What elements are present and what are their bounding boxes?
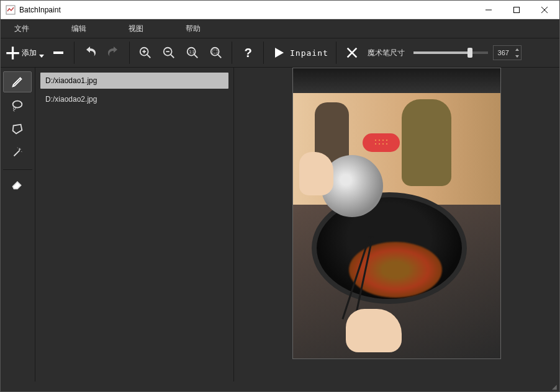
chevron-down-icon[interactable] <box>39 55 44 58</box>
inpaint-button[interactable]: Inpaint <box>271 45 328 60</box>
menubar: 文件 编辑 视图 帮助 <box>1 19 559 38</box>
canvas-viewport[interactable] <box>234 68 559 381</box>
brush-size-label: 魔术笔尺寸 <box>368 48 405 58</box>
svg-text:?: ? <box>245 46 252 60</box>
brush-size-value[interactable]: 367 <box>494 46 513 60</box>
svg-rect-5 <box>53 51 63 54</box>
eraser-tool[interactable] <box>3 174 32 195</box>
svg-rect-18 <box>213 50 217 53</box>
separator <box>3 169 32 170</box>
spin-up-button[interactable] <box>513 46 521 53</box>
statusbar: ◢ <box>1 381 559 391</box>
file-list: D:/xiaodao1.jpg D:/xiaodao2.jpg <box>35 68 234 381</box>
zoom-11-button[interactable]: 1:1 <box>182 42 203 63</box>
zoom-out-button[interactable] <box>158 42 179 63</box>
polygon-tool[interactable] <box>3 118 32 140</box>
close-button[interactable] <box>530 1 558 19</box>
brush-size-slider[interactable] <box>413 51 488 54</box>
lasso-tool[interactable] <box>3 95 32 116</box>
app-icon <box>6 5 16 15</box>
svg-rect-2 <box>513 7 519 12</box>
menu-edit[interactable]: 编辑 <box>63 20 95 38</box>
content-area: D:/xiaodao1.jpg D:/xiaodao2.jpg <box>1 68 559 381</box>
svg-line-7 <box>147 55 151 58</box>
help-button[interactable]: ? <box>237 42 258 63</box>
redo-button[interactable] <box>103 42 124 63</box>
add-label: 添加 <box>22 48 37 58</box>
brush-size-spinbox[interactable]: 367 <box>493 45 522 60</box>
titlebar[interactable]: BatchInpaint <box>1 1 559 19</box>
add-button[interactable]: 添加 <box>4 45 44 61</box>
svg-line-14 <box>194 55 198 58</box>
window-title: BatchInpaint <box>19 6 474 14</box>
slider-thumb[interactable] <box>467 48 472 58</box>
svg-text:1:1: 1:1 <box>189 50 195 54</box>
preview-image[interactable] <box>292 68 501 359</box>
inpaint-mask <box>363 133 400 152</box>
inpaint-label: Inpaint <box>290 48 328 58</box>
play-icon <box>271 45 286 60</box>
separator <box>263 42 264 64</box>
separator <box>129 42 130 64</box>
menu-file[interactable]: 文件 <box>6 20 38 38</box>
remove-button[interactable] <box>48 42 69 63</box>
separator <box>336 42 336 64</box>
zoom-fit-button[interactable] <box>205 42 227 63</box>
separator <box>74 42 75 64</box>
svg-line-11 <box>171 55 174 58</box>
app-window: BatchInpaint 文件 编辑 视图 帮助 添加 1:1 ? <box>0 0 560 392</box>
magic-wand-tool[interactable] <box>3 142 32 163</box>
svg-point-20 <box>13 101 22 108</box>
list-item[interactable]: D:/xiaodao1.jpg <box>40 73 228 89</box>
list-item[interactable]: D:/xiaodao2.jpg <box>40 91 228 107</box>
svg-line-17 <box>218 55 222 58</box>
resize-grip-icon[interactable]: ◢ <box>552 383 557 390</box>
zoom-in-button[interactable] <box>135 42 156 63</box>
svg-point-16 <box>211 48 219 56</box>
cancel-button[interactable] <box>341 42 363 63</box>
separator <box>232 42 232 64</box>
undo-button[interactable] <box>79 42 101 63</box>
minimize-button[interactable] <box>474 1 502 19</box>
spin-down-button[interactable] <box>513 53 521 60</box>
maximize-button[interactable] <box>502 1 530 19</box>
menu-help[interactable]: 帮助 <box>177 20 209 38</box>
menu-view[interactable]: 视图 <box>120 20 152 38</box>
tool-dock <box>1 68 35 381</box>
toolbar: 添加 1:1 ? Inpaint 魔术笔尺寸 367 <box>1 38 559 68</box>
marker-tool[interactable] <box>3 71 32 92</box>
